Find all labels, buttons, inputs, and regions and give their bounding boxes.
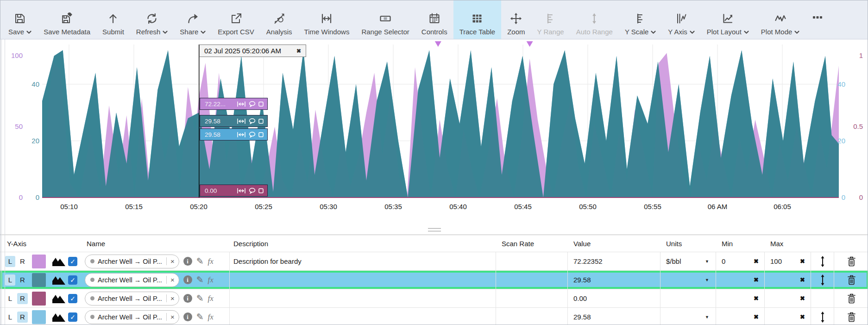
close-icon[interactable]: ✖ — [296, 48, 301, 54]
toolbar-button-save[interactable]: Save — [2, 0, 38, 39]
cursor-value-flag[interactable]: 29.58 — [200, 128, 268, 140]
chart-plot-area[interactable]: 100500402004020010.5005:1005:1505:2005:2… — [0, 39, 868, 235]
signal-pill[interactable]: Archer Well → Oil P...× — [85, 310, 179, 324]
toolbar-button-refresh[interactable]: Refresh — [130, 0, 174, 39]
autoscale-updown-icon[interactable] — [811, 308, 834, 325]
info-icon[interactable]: i — [183, 275, 192, 284]
svg-text:20: 20 — [31, 137, 39, 145]
clear-min-icon[interactable]: ✖ — [754, 295, 759, 302]
toolbar-button-submit[interactable]: Submit — [96, 0, 130, 39]
visibility-checkbox[interactable]: ✓ — [68, 312, 77, 322]
export-csv-icon — [230, 10, 242, 27]
color-swatch[interactable] — [32, 292, 46, 306]
trash-icon[interactable] — [834, 271, 868, 289]
units-dropdown-icon[interactable]: ▼ — [705, 278, 709, 282]
formula-fx-icon[interactable]: fx — [208, 312, 214, 322]
svg-text:40: 40 — [837, 80, 845, 88]
units-dropdown-icon[interactable]: ▼ — [705, 259, 709, 264]
color-swatch[interactable] — [32, 273, 46, 287]
toolbar-button-y-axis[interactable]: Y Axis — [662, 0, 700, 39]
toolbar-button-label: Save Metadata — [44, 28, 90, 36]
visibility-checkbox[interactable]: ✓ — [68, 257, 77, 266]
clear-max-icon[interactable]: ✖ — [800, 295, 805, 302]
description-cell — [230, 308, 496, 325]
toolbar-button-more-options[interactable] — [805, 0, 830, 39]
trash-icon[interactable] — [834, 308, 868, 325]
right-axis-button[interactable]: R — [17, 312, 28, 323]
right-axis-button[interactable]: R — [17, 256, 28, 267]
comment-bubble-icon — [249, 132, 256, 138]
value-cell: 29.58 — [568, 271, 660, 289]
toolbar-button-zoom[interactable]: Zoom — [501, 0, 531, 39]
clear-min-icon[interactable]: ✖ — [754, 258, 759, 265]
left-axis-button[interactable]: L — [5, 293, 15, 304]
header-units: Units — [660, 240, 716, 248]
units-dropdown-icon[interactable]: ▼ — [705, 315, 709, 319]
splitter-handle[interactable] — [428, 228, 441, 231]
toolbar-button-analysis[interactable]: Analysis — [260, 0, 298, 39]
toolbar-button-controls[interactable]: Controls — [415, 0, 453, 39]
edit-pencil-icon[interactable]: ✎ — [196, 312, 204, 321]
submit-icon — [107, 10, 119, 27]
min-value[interactable]: 0 — [716, 257, 725, 265]
plot-style-cell[interactable] — [50, 252, 68, 270]
clear-min-icon[interactable]: ✖ — [754, 313, 759, 320]
edit-pencil-icon[interactable]: ✎ — [196, 257, 204, 266]
plot-style-cell[interactable] — [50, 289, 68, 307]
toolbar-button-range-selector[interactable]: Range Selector — [355, 0, 415, 39]
delete-cell — [834, 271, 868, 289]
trash-icon[interactable] — [834, 252, 868, 270]
toolbar-button-plot-mode[interactable]: Plot Mode — [755, 0, 806, 39]
signal-pill[interactable]: Archer Well → Oil P...× — [85, 292, 179, 306]
info-icon[interactable]: i — [183, 312, 192, 321]
info-icon[interactable]: i — [183, 294, 192, 303]
remove-signal-icon[interactable]: × — [166, 276, 175, 284]
cursor-value-flag[interactable]: 72.22... — [200, 98, 268, 110]
visibility-checkbox[interactable]: ✓ — [68, 294, 77, 303]
svg-text:0.5: 0.5 — [853, 122, 863, 130]
cursor-value-flag[interactable]: 29.58 — [200, 115, 268, 127]
info-icon[interactable]: i — [183, 257, 192, 266]
clear-min-icon[interactable]: ✖ — [754, 276, 759, 283]
clear-max-icon[interactable]: ✖ — [800, 313, 805, 320]
formula-fx-icon[interactable]: fx — [208, 275, 214, 285]
toolbar-button-y-scale[interactable]: Y Scale — [619, 0, 662, 39]
autoscale-updown-icon[interactable] — [811, 271, 834, 289]
trash-icon[interactable] — [834, 289, 868, 307]
right-axis-button[interactable]: R — [17, 293, 28, 304]
square-icon — [258, 132, 264, 137]
clear-max-icon[interactable]: ✖ — [800, 258, 805, 265]
value-cell: 0.00 — [568, 289, 660, 307]
plot-style-cell[interactable] — [50, 271, 68, 289]
right-axis-button[interactable]: R — [17, 274, 28, 286]
width-arrow-icon — [237, 188, 246, 194]
swatch-cell — [29, 289, 50, 307]
remove-signal-icon[interactable]: × — [166, 294, 175, 302]
toolbar-button-plot-layout[interactable]: Plot Layout — [701, 0, 755, 39]
remove-signal-icon[interactable]: × — [166, 257, 175, 265]
left-axis-button[interactable]: L — [5, 274, 15, 286]
clear-max-icon[interactable]: ✖ — [800, 276, 805, 283]
remove-signal-icon[interactable]: × — [166, 313, 175, 321]
plot-style-cell[interactable] — [50, 308, 68, 325]
cursor-value-flag[interactable]: 0.00 — [200, 185, 268, 197]
left-axis-button[interactable]: L — [5, 312, 15, 323]
left-axis-button[interactable]: L — [5, 256, 15, 267]
toolbar-button-share[interactable]: Share — [174, 0, 212, 39]
color-swatch[interactable] — [32, 255, 46, 268]
max-value[interactable]: 100 — [765, 257, 782, 265]
signal-pill[interactable]: Archer Well → Oil P...× — [85, 273, 179, 287]
toolbar-button-save-metadata[interactable]: Save Metadata — [38, 0, 96, 39]
trend-chart[interactable]: 100500402004020010.5005:1005:1505:2005:2… — [0, 39, 868, 235]
toolbar-button-trace-table[interactable]: Trace Table — [453, 0, 502, 39]
edit-pencil-icon[interactable]: ✎ — [196, 294, 204, 303]
visibility-checkbox[interactable]: ✓ — [68, 275, 77, 285]
edit-pencil-icon[interactable]: ✎ — [196, 275, 204, 284]
color-swatch[interactable] — [32, 310, 46, 324]
formula-fx-icon[interactable]: fx — [208, 257, 214, 266]
autoscale-updown-icon[interactable] — [811, 252, 834, 270]
toolbar-button-export-csv[interactable]: Export CSV — [212, 0, 260, 39]
signal-pill[interactable]: Archer Well → Oil P...× — [85, 255, 179, 268]
formula-fx-icon[interactable]: fx — [208, 294, 214, 303]
toolbar-button-time-windows[interactable]: Time Windows — [298, 0, 356, 39]
